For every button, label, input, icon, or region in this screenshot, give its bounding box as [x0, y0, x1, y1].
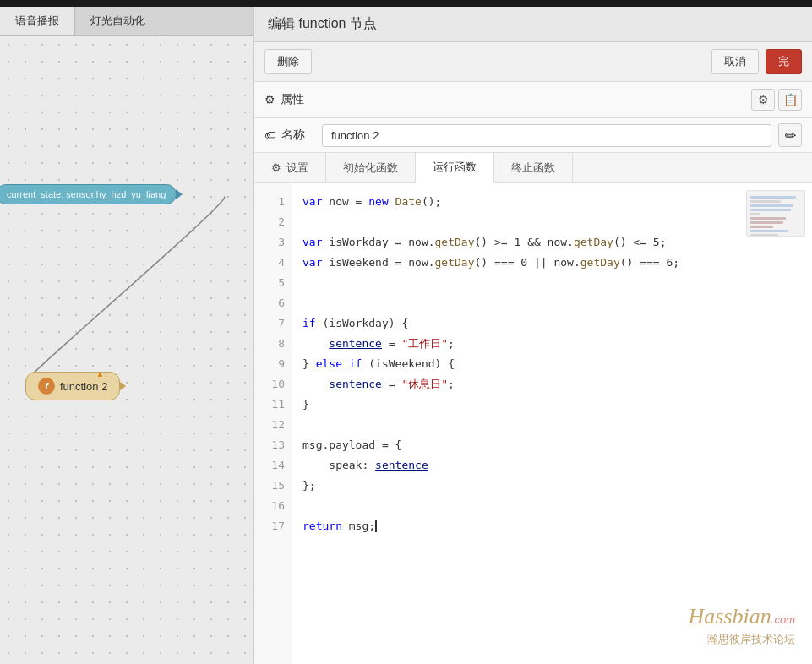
- thumbnail-preview: [747, 191, 804, 237]
- code-line: }: [302, 395, 802, 415]
- delete-button[interactable]: 删除: [264, 49, 312, 74]
- warning-icon: ▲: [95, 369, 104, 378]
- line-number: 11: [254, 395, 292, 415]
- settings-icon: ⚙: [271, 161, 281, 174]
- complete-button[interactable]: 完: [766, 49, 802, 74]
- code-line: [302, 496, 802, 516]
- code-line: speak: sentence: [302, 455, 802, 476]
- name-field-label: 名称: [281, 128, 305, 143]
- line-number: 3: [254, 232, 292, 253]
- line-number: 15: [254, 476, 292, 496]
- editor-header: 编辑 function 节点: [254, 7, 812, 42]
- line-number: 9: [254, 354, 292, 374]
- tag-icon: 🏷: [264, 128, 276, 142]
- toolbar-left: 删除: [264, 49, 312, 74]
- code-line: var now = new Date();: [302, 192, 802, 212]
- function-node[interactable]: f function 2 ▲: [25, 372, 120, 400]
- code-line: sentence = "休息日";: [302, 374, 802, 395]
- properties-section: ⚙ 属性 ⚙ 📋: [254, 82, 812, 118]
- main-layout: 语音播报 灯光自动化 current_state: sensor.hy_hzd_…: [0, 7, 812, 664]
- code-line: var isWorkday = now.getDay() >= 1 && now…: [302, 232, 802, 253]
- tab-init-func[interactable]: 初始化函数: [326, 153, 416, 182]
- code-thumbnail: [746, 190, 805, 237]
- tab-settings[interactable]: ⚙ 设置: [254, 153, 326, 182]
- code-line: };: [302, 476, 802, 496]
- code-content[interactable]: var now = new Date();var isWorkday = now…: [292, 183, 812, 664]
- code-line: [302, 273, 802, 293]
- line-numbers: 1234567891011121314151617: [254, 183, 292, 664]
- function-node-label: function 2: [60, 380, 107, 393]
- right-panel: 编辑 function 节点 删除 取消 完 ⚙ 属性 ⚙ 📋: [253, 7, 812, 664]
- code-line: var isWeekend = now.getDay() === 0 || no…: [302, 253, 802, 273]
- properties-settings-btn[interactable]: ⚙: [751, 89, 775, 111]
- input-node[interactable]: current_state: sensor.hy_hzd_yu_liang: [0, 184, 177, 204]
- tab-light[interactable]: 灯光自动化: [75, 7, 161, 35]
- line-number: 6: [254, 293, 292, 313]
- line-number: 16: [254, 496, 292, 516]
- name-edit-button[interactable]: ✏: [778, 123, 802, 147]
- line-number: 2: [254, 212, 292, 232]
- code-line: if (isWorkday) {: [302, 313, 802, 334]
- tab-run-func[interactable]: 运行函数: [416, 153, 494, 183]
- line-number: 5: [254, 273, 292, 293]
- code-line: msg.payload = {: [302, 435, 802, 455]
- name-label: 🏷 名称: [264, 128, 315, 143]
- code-line: [302, 293, 802, 313]
- input-node-arrow: [176, 189, 183, 199]
- function-tabs: ⚙ 设置 初始化函数 运行函数 终止函数: [254, 153, 812, 183]
- left-panel: 语音播报 灯光自动化 current_state: sensor.hy_hzd_…: [0, 7, 253, 664]
- canvas-area: current_state: sensor.hy_hzd_yu_liang f …: [0, 36, 253, 664]
- cancel-button[interactable]: 取消: [711, 49, 759, 74]
- top-bar: [0, 0, 812, 7]
- code-line: [302, 212, 802, 232]
- text-cursor: [375, 520, 377, 532]
- line-number: 12: [254, 415, 292, 435]
- tab-light-label: 灯光自动化: [90, 14, 145, 29]
- editor-toolbar: 删除 取消 完: [254, 42, 812, 82]
- tab-speech-label: 语音播报: [15, 14, 59, 29]
- line-number: 14: [254, 455, 292, 476]
- code-line: [302, 415, 802, 435]
- left-tabs: 语音播报 灯光自动化: [0, 7, 253, 36]
- function-node-icon: f: [38, 378, 55, 395]
- code-line: sentence = "工作日";: [302, 334, 802, 354]
- properties-label: 属性: [281, 92, 304, 107]
- line-number: 1: [254, 192, 292, 212]
- properties-doc-btn[interactable]: 📋: [778, 89, 802, 111]
- gear-icon: ⚙: [264, 93, 275, 106]
- input-node-label: current_state: sensor.hy_hzd_yu_liang: [7, 189, 166, 199]
- code-line: } else if (isWeekend) {: [302, 354, 802, 374]
- line-number: 10: [254, 374, 292, 395]
- tab-speech[interactable]: 语音播报: [0, 7, 75, 35]
- line-number: 13: [254, 435, 292, 455]
- line-number: 7: [254, 313, 292, 334]
- name-input[interactable]: [322, 124, 771, 147]
- connection-line: [0, 36, 253, 664]
- code-editor[interactable]: 1234567891011121314151617 var now = new …: [254, 183, 812, 664]
- toolbar-right: 取消 完: [711, 49, 802, 74]
- tab-stop-func[interactable]: 终止函数: [494, 153, 573, 182]
- code-line: return msg;: [302, 516, 802, 536]
- line-number: 4: [254, 253, 292, 273]
- line-number: 8: [254, 334, 292, 354]
- line-number: 17: [254, 516, 292, 536]
- editor-title: 编辑 function 节点: [268, 16, 377, 30]
- function-node-arrow: [119, 381, 126, 391]
- section-action-tabs: ⚙ 📋: [751, 89, 802, 111]
- section-header: ⚙ 属性: [264, 92, 332, 107]
- name-row: 🏷 名称 ✏: [254, 118, 812, 153]
